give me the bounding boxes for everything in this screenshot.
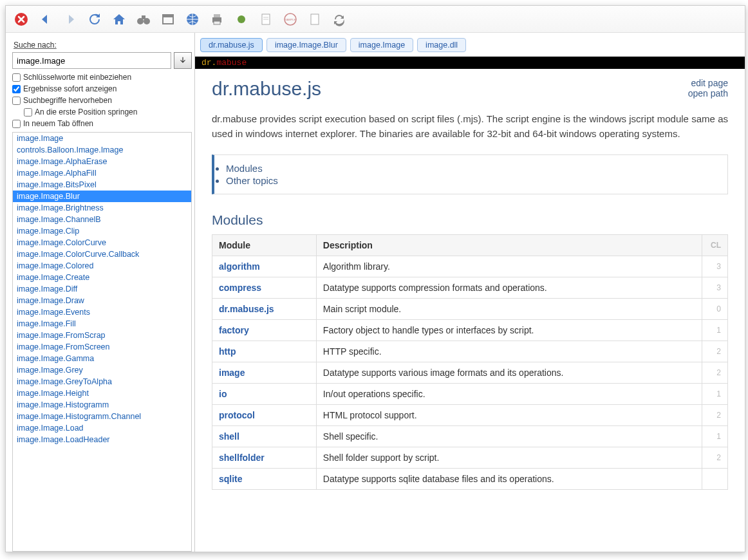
result-item[interactable]: image.Image.Fill (13, 318, 191, 330)
globe-icon[interactable] (182, 9, 203, 30)
back-icon[interactable] (35, 9, 56, 30)
module-desc: Main script module. (316, 298, 702, 319)
toc-box: ModulesOther topics (212, 154, 728, 194)
page-icon[interactable] (304, 9, 325, 30)
search-input[interactable] (12, 52, 171, 69)
module-cl: 3 (702, 256, 728, 277)
table-row: protocolHTML protocol support.2 (212, 404, 728, 425)
module-desc: HTTP specific. (316, 341, 702, 362)
module-name[interactable]: http (212, 341, 317, 362)
result-item[interactable]: image.Image.FromScrap (13, 330, 191, 341)
result-item[interactable]: image.Image.Create (13, 272, 191, 283)
result-item[interactable]: image.Image (13, 133, 191, 144)
module-cl: 1 (702, 383, 728, 404)
module-name[interactable]: protocol (212, 404, 317, 425)
module-name[interactable]: factory (212, 319, 317, 341)
module-name[interactable]: algorithm (212, 256, 317, 277)
table-row: shellShell specific.1 (212, 425, 728, 447)
result-item[interactable]: image.Image.Events (13, 306, 191, 318)
module-cl: 2 (702, 447, 728, 468)
toc-item[interactable]: Modules (226, 163, 716, 174)
tab[interactable]: image.Image.Blur (266, 38, 346, 52)
result-item[interactable]: image.Image.ColorCurve.Callback (13, 248, 191, 260)
opt-newtab[interactable]: In neuem Tab öffnen (12, 119, 192, 128)
module-cl: 1 (702, 319, 728, 341)
sync-icon[interactable] (329, 9, 350, 30)
result-item[interactable]: image.Image.Grey (13, 364, 191, 376)
page-scroll[interactable]: dr.mabuse dr.mabuse.js edit page open pa… (195, 56, 745, 552)
modules-table: Module Description CL algorithmAlgorithm… (212, 234, 728, 490)
result-item[interactable]: image.Image.GreyToAlpha (13, 376, 191, 387)
svg-rect-5 (163, 15, 173, 17)
opt-firstpos[interactable]: An die erste Position springen (24, 107, 192, 117)
result-item[interactable]: controls.Balloon.Image.Image (13, 144, 191, 156)
module-desc: Factory object to handle types or interf… (316, 319, 702, 341)
opt-instant[interactable]: Ergebnisse sofort anzeigen (12, 84, 192, 93)
globe-small-icon[interactable] (231, 9, 252, 30)
home-icon[interactable] (109, 9, 129, 30)
result-item[interactable]: image.Image.AlphaFill (13, 167, 191, 179)
module-cl: 2 (702, 362, 728, 383)
section-heading: Modules (212, 212, 728, 228)
th-desc: Description (316, 234, 702, 256)
svg-point-10 (238, 15, 245, 23)
result-item[interactable]: image.Image.AlphaErase (13, 156, 191, 167)
module-name[interactable]: sqlite (212, 468, 317, 489)
result-item[interactable]: image.Image.Gamma (13, 353, 191, 364)
main-area: Suche nach: Schlüsselworte mit einbezieh… (6, 33, 745, 552)
forward-icon[interactable] (60, 9, 80, 30)
module-desc: In/out operations specific. (316, 383, 702, 404)
module-name[interactable]: image (212, 362, 317, 383)
module-name[interactable]: shell (212, 425, 317, 447)
table-row: factoryFactory object to handle types or… (212, 319, 728, 341)
module-cl: 2 (702, 341, 728, 362)
svg-rect-16 (311, 14, 319, 24)
module-desc: Shell folder support by script. (316, 447, 702, 468)
tab[interactable]: image.Image (350, 38, 413, 52)
close-icon[interactable] (11, 9, 32, 30)
toc-item[interactable]: Other topics (226, 175, 716, 186)
module-name[interactable]: shellfolder (212, 447, 317, 468)
result-item[interactable]: image.Image.ColorCurve (13, 237, 191, 248)
svg-rect-3 (142, 15, 145, 19)
print-icon[interactable] (207, 9, 227, 30)
binoculars-icon[interactable] (133, 9, 154, 30)
module-name[interactable]: compress (212, 277, 317, 298)
module-cl: 1 (702, 425, 728, 447)
result-item[interactable]: image.Image.Clip (13, 225, 191, 237)
module-name[interactable]: io (212, 383, 317, 404)
refresh-icon[interactable] (84, 9, 105, 30)
app-window: SAMPLE Suche nach: Schlüsselworte mit ei… (5, 5, 745, 552)
brand-bar: dr.mabuse (195, 57, 745, 69)
module-desc: HTML protocol support. (316, 404, 702, 425)
result-item[interactable]: image.Image.Histogramm.Channel (13, 411, 191, 422)
stamp-icon[interactable]: SAMPLE (280, 9, 301, 30)
opt-highlight[interactable]: Suchbegriffe hervorheben (12, 96, 192, 105)
result-item[interactable]: image.Image.LoadHeader (13, 434, 191, 445)
results-list[interactable]: image.Imagecontrols.Balloon.Image.Imagei… (12, 132, 192, 552)
link-edit-page[interactable]: edit page (688, 78, 728, 88)
result-item[interactable]: image.Image.Diff (13, 283, 191, 295)
result-item[interactable]: image.Image.Draw (13, 295, 191, 306)
table-row: dr.mabuse.jsMain script module.0 (212, 298, 728, 319)
table-row: algorithmAlgorithm library.3 (212, 256, 728, 277)
result-item[interactable]: image.Image.FromScreen (13, 341, 191, 353)
result-item[interactable]: image.Image.Height (13, 387, 191, 399)
opt-keywords[interactable]: Schlüsselworte mit einbeziehen (12, 73, 192, 82)
result-item[interactable]: image.Image.Histogramm (13, 399, 191, 411)
new-window-icon[interactable] (158, 9, 178, 30)
search-go-button[interactable] (174, 52, 192, 69)
result-item[interactable]: image.Image.Brightness (13, 202, 191, 214)
tab[interactable]: image.dll (417, 38, 466, 52)
svg-rect-9 (214, 21, 220, 24)
result-item[interactable]: image.Image.BitsPixel (13, 179, 191, 191)
result-item[interactable]: image.Image.Load (13, 422, 191, 434)
link-open-path[interactable]: open path (688, 88, 728, 98)
table-row: sqliteDatatype supports sqlite database … (212, 468, 728, 489)
document-icon[interactable] (256, 9, 276, 30)
result-item[interactable]: image.Image.ChannelB (13, 214, 191, 225)
tab[interactable]: dr.mabuse.js (200, 38, 263, 52)
result-item[interactable]: image.Image.Colored (13, 260, 191, 272)
module-name[interactable]: dr.mabuse.js (212, 298, 317, 319)
result-item[interactable]: image.Image.Blur (13, 191, 191, 202)
